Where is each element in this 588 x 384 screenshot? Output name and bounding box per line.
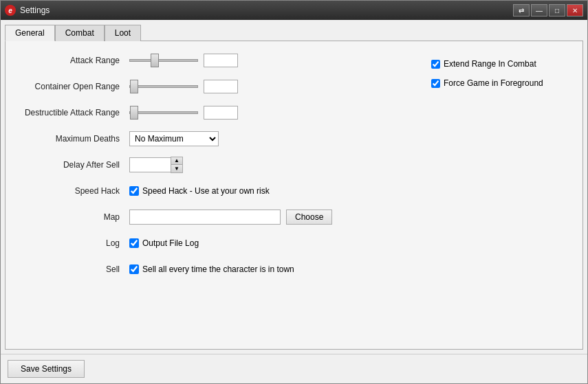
map-input[interactable]: Act 2 , Cave Of Betrayer 2-8-1.xml [129, 210, 281, 225]
extend-range-label: Extend Range In Combat [444, 59, 536, 69]
attack-range-control: 35 [129, 54, 417, 67]
log-checkbox-row: Output File Log [129, 238, 199, 248]
bottom-bar: Save Settings [1, 354, 587, 383]
attack-range-input[interactable]: 35 [204, 54, 238, 67]
delay-sell-spinbox: 2 ▲ ▼ [129, 157, 183, 173]
log-control: Output File Log [129, 238, 417, 248]
redirect-button[interactable]: ⇄ [513, 4, 530, 16]
tab-bar: General Combat Loot [5, 24, 583, 41]
map-control: Act 2 , Cave Of Betrayer 2-8-1.xml Choos… [129, 210, 417, 225]
force-game-option: Force Game in Foreground [431, 78, 569, 88]
spinbox-down-button[interactable]: ▼ [171, 165, 182, 172]
sell-checkbox-row: Sell all every time the character is in … [129, 264, 294, 274]
speed-hack-control: Speed Hack - Use at your own risk [129, 186, 417, 196]
destructible-range-input[interactable]: 0 [204, 106, 238, 120]
delay-sell-row: Delay After Sell 2 ▲ ▼ [19, 157, 417, 173]
speed-hack-checkbox-label: Speed Hack - Use at your own risk [142, 186, 270, 196]
speed-hack-checkbox[interactable] [129, 186, 139, 196]
window-title: Settings [20, 5, 50, 15]
container-range-row: Container Open Range 0 [19, 78, 417, 95]
destructible-range-label: Destructible Attack Range [19, 108, 129, 117]
container-range-control: 0 [129, 80, 417, 93]
tab-loot[interactable]: Loot [105, 25, 141, 41]
app-icon: e [5, 5, 16, 16]
log-checkbox-label: Output File Log [142, 238, 199, 248]
close-button[interactable]: ✕ [567, 4, 583, 16]
container-range-label: Container Open Range [19, 82, 129, 91]
attack-range-slider[interactable] [129, 59, 198, 62]
destructible-range-slider-container [129, 111, 198, 114]
max-deaths-row: Maximum Deaths No Maximum 1 2 3 5 10 [19, 131, 417, 147]
extend-range-checkbox[interactable] [431, 60, 440, 69]
max-deaths-control: No Maximum 1 2 3 5 10 [129, 131, 417, 146]
sell-label: Sell [19, 264, 129, 274]
delay-sell-label: Delay After Sell [19, 160, 129, 170]
speed-hack-label: Speed Hack [19, 186, 129, 196]
tab-combat[interactable]: Combat [55, 25, 105, 41]
delay-sell-input[interactable]: 2 [129, 157, 171, 172]
right-column: Extend Range In Combat Force Game in For… [417, 52, 569, 287]
force-game-label: Force Game in Foreground [444, 78, 543, 88]
log-row: Log Output File Log [19, 235, 417, 251]
log-label: Log [19, 238, 129, 248]
speed-hack-row: Speed Hack Speed Hack - Use at your own … [19, 183, 417, 199]
attack-range-slider-container [129, 59, 198, 62]
content-area: Attack Range 35 Container Open Range [5, 41, 583, 350]
sell-control: Sell all every time the character is in … [129, 264, 417, 274]
attack-range-row: Attack Range 35 [19, 52, 417, 69]
map-row: Map Act 2 , Cave Of Betrayer 2-8-1.xml C… [19, 209, 417, 225]
destructible-range-row: Destructible Attack Range 0 [19, 104, 417, 121]
spinbox-up-button[interactable]: ▲ [171, 157, 182, 165]
extend-range-option: Extend Range In Combat [431, 59, 569, 69]
minimize-button[interactable]: — [531, 4, 547, 16]
maximize-button[interactable]: □ [549, 4, 565, 16]
sell-checkbox[interactable] [129, 264, 139, 274]
main-window: e Settings ⇄ — □ ✕ General Combat Loot A… [0, 0, 588, 384]
tab-general[interactable]: General [5, 25, 55, 41]
title-bar-left: e Settings [5, 5, 50, 16]
delay-sell-control: 2 ▲ ▼ [129, 157, 417, 173]
choose-button[interactable]: Choose [286, 210, 332, 225]
spinbox-buttons: ▲ ▼ [171, 157, 183, 173]
destructible-range-slider[interactable] [129, 111, 198, 114]
left-column: Attack Range 35 Container Open Range [19, 52, 417, 287]
log-checkbox[interactable] [129, 238, 139, 248]
destructible-range-control: 0 [129, 106, 417, 120]
sell-checkbox-label: Sell all every time the character is in … [142, 264, 294, 274]
container-range-slider[interactable] [129, 85, 198, 88]
sell-row: Sell Sell all every time the character i… [19, 261, 417, 278]
speed-hack-checkbox-row: Speed Hack - Use at your own risk [129, 186, 270, 196]
container-range-input[interactable]: 0 [204, 80, 238, 93]
max-deaths-label: Maximum Deaths [19, 134, 129, 144]
max-deaths-select[interactable]: No Maximum 1 2 3 5 10 [129, 131, 219, 146]
save-settings-button[interactable]: Save Settings [8, 360, 85, 378]
window-body: General Combat Loot Attack Range 35 [1, 20, 587, 354]
container-range-slider-container [129, 85, 198, 88]
title-buttons: ⇄ — □ ✕ [513, 4, 583, 16]
map-label: Map [19, 212, 129, 222]
attack-range-label: Attack Range [19, 56, 129, 65]
title-bar: e Settings ⇄ — □ ✕ [1, 1, 587, 20]
force-game-checkbox[interactable] [431, 79, 440, 88]
